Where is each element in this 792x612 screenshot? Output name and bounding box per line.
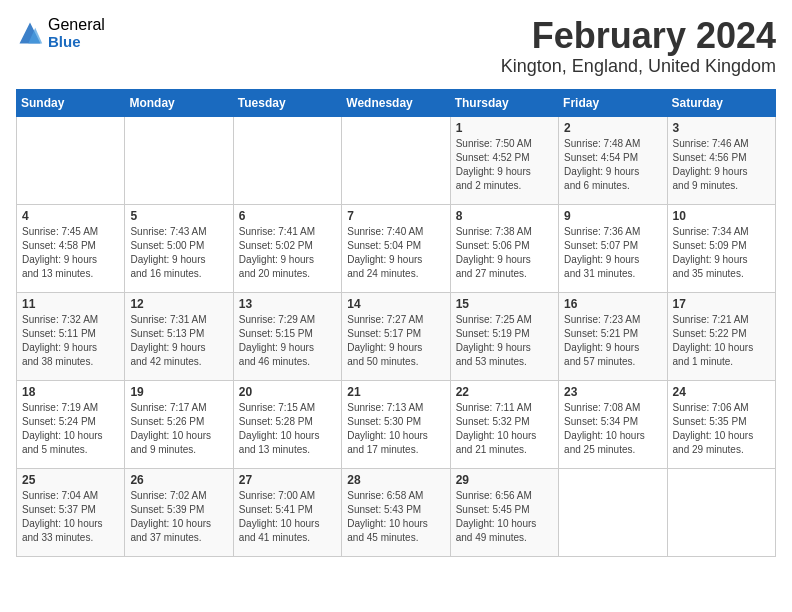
- cell-detail: Sunrise: 7:45 AM Sunset: 4:58 PM Dayligh…: [22, 225, 119, 281]
- weekday-header: Wednesday: [342, 89, 450, 116]
- logo-text: General Blue: [48, 16, 105, 50]
- calendar-cell: 27Sunrise: 7:00 AM Sunset: 5:41 PM Dayli…: [233, 468, 341, 556]
- day-number: 19: [130, 385, 227, 399]
- calendar-cell: 14Sunrise: 7:27 AM Sunset: 5:17 PM Dayli…: [342, 292, 450, 380]
- calendar-cell: 10Sunrise: 7:34 AM Sunset: 5:09 PM Dayli…: [667, 204, 775, 292]
- day-number: 6: [239, 209, 336, 223]
- cell-detail: Sunrise: 7:41 AM Sunset: 5:02 PM Dayligh…: [239, 225, 336, 281]
- day-number: 28: [347, 473, 444, 487]
- calendar-cell: 17Sunrise: 7:21 AM Sunset: 5:22 PM Dayli…: [667, 292, 775, 380]
- calendar-cell: [125, 116, 233, 204]
- calendar-cell: 23Sunrise: 7:08 AM Sunset: 5:34 PM Dayli…: [559, 380, 667, 468]
- cell-detail: Sunrise: 7:08 AM Sunset: 5:34 PM Dayligh…: [564, 401, 661, 457]
- logo-blue: Blue: [48, 34, 105, 51]
- calendar-week-row: 25Sunrise: 7:04 AM Sunset: 5:37 PM Dayli…: [17, 468, 776, 556]
- cell-detail: Sunrise: 7:17 AM Sunset: 5:26 PM Dayligh…: [130, 401, 227, 457]
- cell-detail: Sunrise: 7:31 AM Sunset: 5:13 PM Dayligh…: [130, 313, 227, 369]
- cell-detail: Sunrise: 7:32 AM Sunset: 5:11 PM Dayligh…: [22, 313, 119, 369]
- cell-detail: Sunrise: 7:11 AM Sunset: 5:32 PM Dayligh…: [456, 401, 553, 457]
- calendar-table: SundayMondayTuesdayWednesdayThursdayFrid…: [16, 89, 776, 557]
- cell-detail: Sunrise: 7:02 AM Sunset: 5:39 PM Dayligh…: [130, 489, 227, 545]
- calendar-cell: 15Sunrise: 7:25 AM Sunset: 5:19 PM Dayli…: [450, 292, 558, 380]
- cell-detail: Sunrise: 6:58 AM Sunset: 5:43 PM Dayligh…: [347, 489, 444, 545]
- logo-icon: [16, 19, 44, 47]
- cell-detail: Sunrise: 7:21 AM Sunset: 5:22 PM Dayligh…: [673, 313, 770, 369]
- calendar-cell: 11Sunrise: 7:32 AM Sunset: 5:11 PM Dayli…: [17, 292, 125, 380]
- calendar-week-row: 4Sunrise: 7:45 AM Sunset: 4:58 PM Daylig…: [17, 204, 776, 292]
- calendar-cell: 7Sunrise: 7:40 AM Sunset: 5:04 PM Daylig…: [342, 204, 450, 292]
- calendar-cell: 3Sunrise: 7:46 AM Sunset: 4:56 PM Daylig…: [667, 116, 775, 204]
- cell-detail: Sunrise: 7:27 AM Sunset: 5:17 PM Dayligh…: [347, 313, 444, 369]
- day-number: 15: [456, 297, 553, 311]
- cell-detail: Sunrise: 7:50 AM Sunset: 4:52 PM Dayligh…: [456, 137, 553, 193]
- cell-detail: Sunrise: 7:43 AM Sunset: 5:00 PM Dayligh…: [130, 225, 227, 281]
- cell-detail: Sunrise: 7:36 AM Sunset: 5:07 PM Dayligh…: [564, 225, 661, 281]
- day-number: 20: [239, 385, 336, 399]
- day-number: 12: [130, 297, 227, 311]
- calendar-cell: [667, 468, 775, 556]
- calendar-cell: 25Sunrise: 7:04 AM Sunset: 5:37 PM Dayli…: [17, 468, 125, 556]
- weekday-header: Thursday: [450, 89, 558, 116]
- day-number: 27: [239, 473, 336, 487]
- weekday-header: Saturday: [667, 89, 775, 116]
- cell-detail: Sunrise: 7:46 AM Sunset: 4:56 PM Dayligh…: [673, 137, 770, 193]
- day-number: 23: [564, 385, 661, 399]
- calendar-cell: 24Sunrise: 7:06 AM Sunset: 5:35 PM Dayli…: [667, 380, 775, 468]
- day-number: 3: [673, 121, 770, 135]
- calendar-cell: 6Sunrise: 7:41 AM Sunset: 5:02 PM Daylig…: [233, 204, 341, 292]
- cell-detail: Sunrise: 7:00 AM Sunset: 5:41 PM Dayligh…: [239, 489, 336, 545]
- cell-detail: Sunrise: 7:06 AM Sunset: 5:35 PM Dayligh…: [673, 401, 770, 457]
- day-number: 1: [456, 121, 553, 135]
- calendar-cell: 4Sunrise: 7:45 AM Sunset: 4:58 PM Daylig…: [17, 204, 125, 292]
- calendar-cell: 28Sunrise: 6:58 AM Sunset: 5:43 PM Dayli…: [342, 468, 450, 556]
- calendar-cell: [559, 468, 667, 556]
- day-number: 7: [347, 209, 444, 223]
- day-number: 17: [673, 297, 770, 311]
- weekday-header: Sunday: [17, 89, 125, 116]
- day-number: 10: [673, 209, 770, 223]
- day-number: 21: [347, 385, 444, 399]
- day-number: 16: [564, 297, 661, 311]
- calendar-cell: 16Sunrise: 7:23 AM Sunset: 5:21 PM Dayli…: [559, 292, 667, 380]
- weekday-header: Friday: [559, 89, 667, 116]
- cell-detail: Sunrise: 7:25 AM Sunset: 5:19 PM Dayligh…: [456, 313, 553, 369]
- cell-detail: Sunrise: 7:29 AM Sunset: 5:15 PM Dayligh…: [239, 313, 336, 369]
- calendar-cell: 12Sunrise: 7:31 AM Sunset: 5:13 PM Dayli…: [125, 292, 233, 380]
- calendar-cell: 26Sunrise: 7:02 AM Sunset: 5:39 PM Dayli…: [125, 468, 233, 556]
- cell-detail: Sunrise: 7:38 AM Sunset: 5:06 PM Dayligh…: [456, 225, 553, 281]
- day-number: 4: [22, 209, 119, 223]
- calendar-cell: [17, 116, 125, 204]
- cell-detail: Sunrise: 6:56 AM Sunset: 5:45 PM Dayligh…: [456, 489, 553, 545]
- calendar-cell: 8Sunrise: 7:38 AM Sunset: 5:06 PM Daylig…: [450, 204, 558, 292]
- day-number: 24: [673, 385, 770, 399]
- page-header: General Blue February 2024 Kington, Engl…: [16, 16, 776, 77]
- day-number: 14: [347, 297, 444, 311]
- calendar-week-row: 18Sunrise: 7:19 AM Sunset: 5:24 PM Dayli…: [17, 380, 776, 468]
- calendar-cell: 29Sunrise: 6:56 AM Sunset: 5:45 PM Dayli…: [450, 468, 558, 556]
- calendar-cell: [342, 116, 450, 204]
- calendar-week-row: 1Sunrise: 7:50 AM Sunset: 4:52 PM Daylig…: [17, 116, 776, 204]
- calendar-cell: 13Sunrise: 7:29 AM Sunset: 5:15 PM Dayli…: [233, 292, 341, 380]
- day-number: 8: [456, 209, 553, 223]
- day-number: 13: [239, 297, 336, 311]
- logo-general: General: [48, 16, 105, 34]
- day-number: 5: [130, 209, 227, 223]
- day-number: 29: [456, 473, 553, 487]
- calendar-cell: 1Sunrise: 7:50 AM Sunset: 4:52 PM Daylig…: [450, 116, 558, 204]
- day-number: 26: [130, 473, 227, 487]
- cell-detail: Sunrise: 7:23 AM Sunset: 5:21 PM Dayligh…: [564, 313, 661, 369]
- cell-detail: Sunrise: 7:40 AM Sunset: 5:04 PM Dayligh…: [347, 225, 444, 281]
- day-number: 18: [22, 385, 119, 399]
- cell-detail: Sunrise: 7:48 AM Sunset: 4:54 PM Dayligh…: [564, 137, 661, 193]
- location-title: Kington, England, United Kingdom: [501, 56, 776, 77]
- weekday-header: Tuesday: [233, 89, 341, 116]
- calendar-cell: 5Sunrise: 7:43 AM Sunset: 5:00 PM Daylig…: [125, 204, 233, 292]
- cell-detail: Sunrise: 7:13 AM Sunset: 5:30 PM Dayligh…: [347, 401, 444, 457]
- day-number: 22: [456, 385, 553, 399]
- month-title: February 2024: [501, 16, 776, 56]
- calendar-cell: 22Sunrise: 7:11 AM Sunset: 5:32 PM Dayli…: [450, 380, 558, 468]
- cell-detail: Sunrise: 7:04 AM Sunset: 5:37 PM Dayligh…: [22, 489, 119, 545]
- day-number: 9: [564, 209, 661, 223]
- weekday-header: Monday: [125, 89, 233, 116]
- cell-detail: Sunrise: 7:19 AM Sunset: 5:24 PM Dayligh…: [22, 401, 119, 457]
